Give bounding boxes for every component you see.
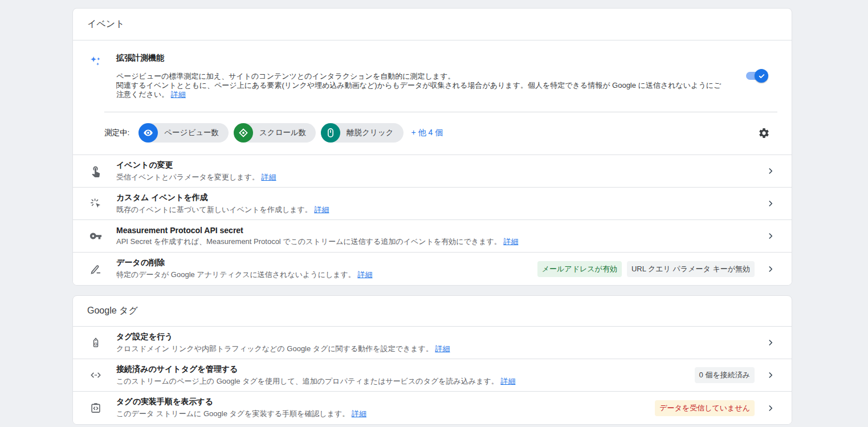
mouse-icon — [321, 123, 340, 143]
chip-outbound-clicks[interactable]: 離脱クリック — [321, 123, 403, 143]
eye-icon — [138, 123, 158, 143]
row-desc: クロスドメイン リンクや内部トラフィックなどの Google タグに関する動作を… — [116, 344, 751, 354]
row-title: イベントの変更 — [116, 160, 751, 170]
google-tag-card-title: Google タグ — [73, 296, 792, 327]
row-tag-instructions[interactable]: タグの実装手順を表示する このデータ ストリームに Google タグを実装する… — [73, 392, 792, 424]
events-card-title: イベント — [73, 9, 792, 40]
chip-label: 離脱クリック — [347, 128, 393, 138]
row-desc: 既存のイベントに基づいて新しいイベントを作成します。 詳細 — [116, 205, 751, 215]
measuring-row: 測定中: ページビュー数 スクロール数 — [73, 112, 792, 154]
row-desc: このデータ ストリームに Google タグを実装する手順を確認します。 詳細 — [116, 409, 646, 419]
scroll-icon — [234, 123, 253, 143]
learn-more-link[interactable]: 詳細 — [435, 344, 450, 353]
toggle-thumb-check-icon — [755, 69, 768, 83]
sparkle-icon — [88, 53, 104, 99]
measuring-label: 測定中: — [104, 128, 129, 138]
google-tag-card: Google タグ G タグ設定を行う クロスドメイン リンクや内部トラフィック… — [72, 295, 792, 425]
status-badge-url-query-inactive: URL クエリ パラメータ キーが無効 — [627, 261, 755, 277]
enhanced-measurement-title: 拡張計測機能 — [116, 53, 723, 63]
row-desc: 受信イベントとパラメータを変更します。 詳細 — [116, 172, 751, 182]
row-desc: 特定のデータが Google アナリティクスに送信されないようにします。 詳細 — [116, 270, 528, 280]
row-title: タグの実装手順を表示する — [116, 397, 646, 407]
row-title: Measurement Protocol API secret — [116, 226, 751, 235]
code-dots-icon — [88, 369, 104, 381]
gear-icon[interactable] — [758, 127, 770, 139]
row-title: 接続済みのサイトタグを管理する — [116, 364, 686, 375]
row-connected-site-tags[interactable]: 接続済みのサイトタグを管理する このストリームのページ上の Google タグを… — [73, 359, 792, 392]
status-badge-connected-count: 0 個を接続済み — [695, 367, 755, 383]
row-title: データの削除 — [116, 258, 528, 268]
row-mp-api-secret[interactable]: Measurement Protocol API secret API Secr… — [73, 220, 792, 253]
svg-text:G: G — [94, 341, 97, 347]
clipboard-code-icon — [88, 402, 104, 414]
touch-icon — [88, 165, 104, 177]
chevron-right-icon — [767, 339, 775, 347]
row-create-custom-event[interactable]: カスタム イベントを作成 既存のイベントに基づいて新しいイベントを作成します。 … — [73, 188, 792, 220]
chevron-right-icon — [767, 371, 775, 379]
enhanced-measurement-desc2: 関連するイベントとともに、ページ上にある要素(リンクや埋め込み動画など)からもデ… — [116, 81, 723, 99]
learn-more-link[interactable]: 詳細 — [503, 237, 518, 246]
row-event-edit[interactable]: イベントの変更 受信イベントとパラメータを変更します。 詳細 — [73, 155, 792, 188]
chip-pageviews[interactable]: ページビュー数 — [138, 123, 229, 143]
learn-more-link[interactable]: 詳細 — [314, 205, 329, 214]
enhanced-measurement-section: 拡張計測機能 ページビューの標準測定に加え、サイトのコンテンツとのインタラクショ… — [73, 40, 792, 155]
chevron-right-icon — [767, 404, 775, 412]
gtag-icon: G — [88, 336, 104, 349]
learn-more-link[interactable]: 詳細 — [357, 270, 372, 279]
learn-more-link[interactable]: 詳細 — [262, 173, 276, 181]
row-desc: このストリームのページ上の Google タグを使用して、追加のプロパティまたは… — [116, 376, 686, 387]
row-tag-settings[interactable]: G タグ設定を行う クロスドメイン リンクや内部トラフィックなどの Google… — [73, 327, 792, 359]
chevron-right-icon — [767, 265, 775, 273]
row-title: カスタム イベントを作成 — [116, 193, 751, 203]
learn-more-link[interactable]: 詳細 — [352, 409, 366, 418]
events-card: イベント 拡張計測機能 ページビューの標準測定に加え、サイトのコンテンツとのイン… — [72, 8, 792, 286]
status-badge-email-active: メールアドレスが有効 — [537, 261, 622, 277]
enhanced-learn-more-link[interactable]: 詳細 — [171, 90, 186, 99]
row-title: タグ設定を行う — [116, 332, 751, 342]
chevron-right-icon — [767, 167, 775, 175]
row-desc: API Secret を作成すれば、Measurement Protocol で… — [116, 237, 751, 247]
chevron-right-icon — [767, 232, 775, 240]
key-icon — [88, 230, 104, 242]
cursor-click-icon — [88, 197, 104, 210]
row-data-redaction[interactable]: データの削除 特定のデータが Google アナリティクスに送信されないようにし… — [73, 253, 792, 285]
enhanced-measurement-desc1: ページビューの標準測定に加え、サイトのコンテンツとのインタラクションを自動的に測… — [116, 72, 723, 81]
learn-more-link[interactable]: 詳細 — [500, 377, 515, 385]
chip-scrolls[interactable]: スクロール数 — [234, 123, 316, 143]
chevron-right-icon — [767, 200, 775, 208]
status-badge-no-data: データを受信していません — [655, 400, 755, 416]
more-chips-link[interactable]: + 他 4 個 — [411, 128, 443, 138]
enhanced-measurement-toggle[interactable] — [746, 70, 767, 82]
stylus-icon — [88, 263, 104, 275]
chip-label: スクロール数 — [259, 128, 306, 138]
page: イベント 拡張計測機能 ページビューの標準測定に加え、サイトのコンテンツとのイン… — [0, 8, 868, 427]
chip-label: ページビュー数 — [164, 128, 219, 138]
